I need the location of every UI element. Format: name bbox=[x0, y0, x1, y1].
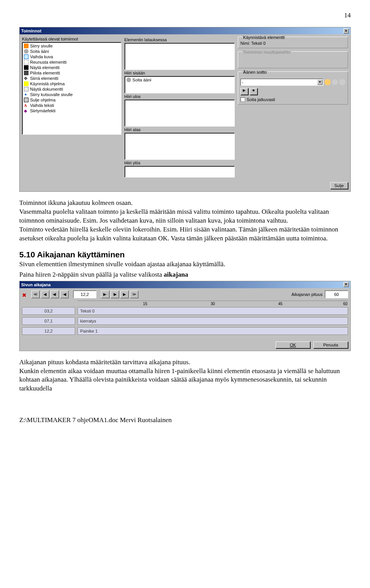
length-input[interactable]: 60 bbox=[325, 291, 348, 298]
dialog-title: Toiminnot bbox=[21, 29, 41, 33]
timeline-row: 07,1 kierratys bbox=[22, 317, 348, 325]
list-item: Soita ääni bbox=[23, 49, 120, 54]
list-item: Näytä dokumentti bbox=[23, 86, 120, 92]
page-number: 14 bbox=[19, 12, 351, 19]
section-intro-2: Paina hiiren 2-näppäin sivun päällä ja v… bbox=[19, 270, 351, 279]
timeline-row: 03,2 Teksti 0 bbox=[22, 307, 348, 315]
list-item: ✥Siirrä elementti bbox=[23, 76, 120, 81]
step-back-button[interactable]: ◀· bbox=[50, 291, 59, 298]
close-icon[interactable]: ✕ bbox=[343, 29, 349, 34]
available-actions-label: Käytettävissä olevat toiminnot bbox=[22, 37, 121, 41]
element-load-label: Elementin latauksessa bbox=[124, 37, 235, 42]
ok-button[interactable]: OK bbox=[276, 341, 310, 348]
mouse-out-label: Hiiri ulos bbox=[124, 94, 235, 99]
timeline-rows: 03,2 Teksti 0 07,1 kierratys 12,2 Painik… bbox=[20, 307, 350, 339]
dialog-title: Sivun aikajana bbox=[21, 282, 50, 287]
row-bar[interactable]: Teksti 0 bbox=[77, 307, 348, 315]
row-bar[interactable]: kierratys bbox=[77, 317, 348, 325]
rewind-button[interactable]: ◀ bbox=[41, 291, 49, 298]
body-paragraph-1: Toiminnot ikkuna jakautuu kolmeen osaan.… bbox=[19, 199, 351, 243]
footer-path: Z:\MULTIMAKER 7 ohjeOMA1.doc Mervi Ruots… bbox=[19, 416, 351, 424]
list-item: Piilota elementti bbox=[23, 70, 120, 76]
forward-full-button[interactable]: ≫ bbox=[130, 291, 138, 298]
mouse-up-list[interactable] bbox=[124, 166, 235, 177]
timeline-ruler: 15 30 45 60 bbox=[77, 301, 348, 307]
loop-label: Soita jatkuvasti bbox=[247, 97, 275, 102]
timeline-row: 12,2 Painike 1 bbox=[22, 327, 348, 335]
element-name: Nimi: Teksti 0 bbox=[240, 41, 345, 46]
list-item: Siirry sivulle bbox=[23, 43, 120, 49]
list-item: ✦Siirry kutsuvalle sivulle bbox=[23, 92, 120, 97]
trigger-legend: Käynnistävä elementti bbox=[242, 35, 286, 40]
time-input[interactable]: 12,2 bbox=[73, 291, 96, 298]
mouse-down-list[interactable] bbox=[124, 133, 235, 160]
forward-button[interactable]: ▶ bbox=[120, 291, 129, 298]
step-fwd-button[interactable]: ·▶ bbox=[111, 291, 119, 298]
body-paragraph-2: Aikajanan pituus kohdasta määritetään ta… bbox=[19, 358, 351, 394]
rewind-full-button[interactable]: ≪ bbox=[31, 291, 40, 298]
titlebar[interactable]: Sivun aikajana ✕ bbox=[20, 281, 350, 288]
mouse-in-label: Hiiri sisään bbox=[124, 71, 235, 75]
condition-legend: Toiminnon muuttujasehto bbox=[242, 50, 291, 54]
list-item: Vaihda kuva bbox=[23, 54, 120, 59]
help-icon[interactable] bbox=[339, 79, 345, 85]
sound-group: Äänen soitto - ▼ ▶ ■ bbox=[238, 71, 348, 105]
list-item: Näytä elementti bbox=[23, 65, 120, 70]
mouse-up-label: Hiiri ylös bbox=[124, 161, 235, 165]
cancel-button[interactable]: Peruuta bbox=[313, 341, 348, 348]
mouse-out-list[interactable] bbox=[124, 100, 235, 127]
stop-button[interactable]: ■ bbox=[250, 88, 257, 95]
section-heading: 5.10 Aikajanan käyttäminen bbox=[19, 250, 351, 259]
titlebar[interactable]: Toiminnot ✕ bbox=[20, 27, 350, 34]
available-actions-list[interactable]: Siirry sivulle Soita ääni Vaihda kuva Re… bbox=[22, 42, 121, 135]
aikajana-dialog: Sivun aikajana ✕ ✖ ≪ ◀ ◀· ·◀ 12,2 ▶· ·▶ … bbox=[19, 281, 351, 351]
mouse-down-label: Hiiri alas bbox=[124, 127, 235, 132]
section-intro-1: Sivun elementtien ilmestyminen sivulle v… bbox=[19, 260, 351, 269]
row-time[interactable]: 07,1 bbox=[22, 317, 75, 325]
list-item: Käynnistä ohjelma bbox=[23, 81, 120, 86]
row-time[interactable]: 03,2 bbox=[22, 307, 75, 315]
sound-select[interactable]: - ▼ bbox=[240, 79, 323, 86]
list-item: ◆Siirtymäefekti bbox=[23, 108, 120, 113]
folder-icon[interactable] bbox=[325, 79, 331, 85]
list-item: Sulje ohjelma bbox=[23, 97, 120, 103]
nudge-back-button[interactable]: ·◀ bbox=[60, 291, 69, 298]
nudge-fwd-button[interactable]: ▶· bbox=[101, 291, 109, 298]
loop-checkbox[interactable] bbox=[240, 97, 245, 102]
close-button[interactable]: Sulje bbox=[330, 182, 348, 189]
sound-legend: Äänen soitto bbox=[242, 70, 268, 74]
row-bar[interactable]: Painike 1 bbox=[77, 327, 348, 335]
row-time[interactable]: 12,2 bbox=[22, 327, 75, 335]
list-item: Reunusta elementti bbox=[23, 59, 120, 65]
mouse-in-list[interactable]: Soita ääni bbox=[124, 76, 235, 93]
delete-icon[interactable]: ✖ bbox=[22, 292, 27, 297]
toiminnot-dialog: Toiminnot ✕ Käytettävissä olevat toiminn… bbox=[19, 27, 351, 192]
list-item: Soita ääni bbox=[126, 77, 234, 83]
trigger-element-group: Käynnistävä elementti Nimi: Teksti 0 bbox=[238, 37, 348, 48]
record-icon[interactable] bbox=[332, 79, 338, 85]
condition-group: Toiminnon muuttujasehto bbox=[238, 51, 348, 68]
length-label: Aikajanan pituus bbox=[291, 292, 323, 297]
play-button[interactable]: ▶ bbox=[240, 88, 248, 95]
close-icon[interactable]: ✕ bbox=[343, 282, 349, 287]
list-item: AVaihda teksti bbox=[23, 103, 120, 108]
element-load-list[interactable] bbox=[124, 43, 235, 70]
chevron-down-icon[interactable]: ▼ bbox=[317, 79, 323, 85]
